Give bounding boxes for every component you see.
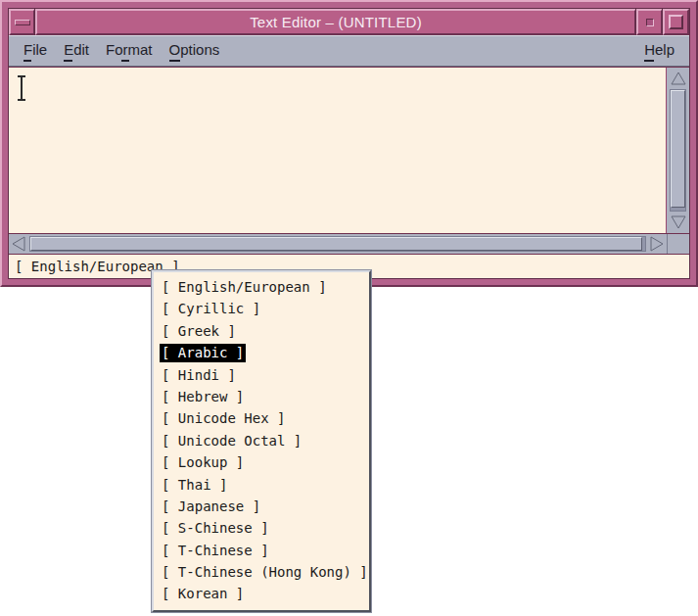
titlebar-row: Text Editor – (UNTITLED) [9,9,689,35]
left-arrow-icon [12,236,25,252]
titlebar[interactable]: Text Editor – (UNTITLED) [35,9,636,35]
mnemonic-underline [169,60,180,62]
hscroll-row [9,234,689,254]
popup-item-label: [ Lookup ] [160,453,246,472]
popup-item-label: [ Arabic ] [160,344,246,362]
menu-options[interactable]: Options [168,38,221,64]
text-area[interactable] [9,68,667,233]
menubar: File Edit Format Options Help [9,35,689,67]
vertical-scrollbar-track[interactable] [670,89,686,212]
minimize-button[interactable] [636,9,663,35]
popup-item-label: [ Cyrillic ] [160,300,262,318]
maximize-button[interactable] [663,9,689,35]
popup-item-label: [ T-Chinese ] [160,542,271,560]
popup-item[interactable]: [ Unicode Hex ] [154,407,369,429]
popup-item-label: [ English/European ] [160,278,329,297]
menu-file-label: File [23,41,47,58]
popup-item-label: [ Greek ] [160,322,238,341]
popup-item[interactable]: [ Cyrillic ] [154,298,369,319]
popup-item[interactable]: [ Japanese ] [154,496,369,517]
mnemonic-underline [64,60,72,62]
popup-item[interactable]: [ T-Chinese (Hong Kong) ] [154,561,369,583]
menu-help-label: Help [644,41,675,58]
popup-item[interactable]: [ English/European ] [154,276,369,298]
menu-edit[interactable]: Edit [63,38,90,64]
popup-item-label: [ S-Chinese ] [160,519,271,538]
vertical-scrollbar-thumb[interactable] [671,90,685,208]
text-cursor-icon [15,73,28,103]
popup-item-label: [ Unicode Octal ] [160,432,303,450]
popup-item-label: [ Thai ] [160,476,229,495]
popup-item-label: [ Hebrew ] [160,388,246,406]
horizontal-scrollbar-track[interactable] [29,236,646,252]
horizontal-scrollbar[interactable] [9,234,667,254]
text-editor-window: Text Editor – (UNTITLED) File Edit [0,0,698,287]
popup-item[interactable]: [ Hebrew ] [154,386,369,407]
scroll-right-button[interactable] [647,235,667,253]
scroll-down-button[interactable] [668,213,688,232]
popup-item[interactable]: [ Hindi ] [154,364,369,386]
desktop-background: Text Editor – (UNTITLED) File Edit [0,0,698,616]
menu-format[interactable]: Format [105,38,154,64]
up-arrow-icon [671,71,686,85]
down-arrow-icon [671,215,686,229]
popup-item[interactable]: [ Korean ] [154,583,369,604]
popup-item[interactable]: [ T-Chinese ] [154,540,369,561]
mnemonic-underline [23,60,31,62]
maximize-icon [669,15,683,29]
menu-options-label: Options [169,41,220,58]
popup-item[interactable]: [ Arabic ] [154,342,369,363]
popup-item[interactable]: [ Greek ] [154,320,369,342]
popup-item-label: [ Korean ] [160,585,246,603]
scroll-up-button[interactable] [668,69,688,88]
window-title: Text Editor – (UNTITLED) [250,14,422,30]
menu-format-label: Format [106,41,153,58]
horizontal-scrollbar-thumb[interactable] [30,237,642,251]
minimize-icon [646,19,654,26]
menu-help[interactable]: Help [643,38,675,64]
popup-item[interactable]: [ Unicode Octal ] [154,430,369,451]
scrollbar-corner [667,234,689,254]
window-menu-dash-icon [15,20,30,25]
window-menu-button[interactable] [9,9,35,35]
popup-item-label: [ T-Chinese (Hong Kong) ] [160,563,370,582]
popup-item-label: [ Japanese ] [160,498,262,516]
menu-edit-label: Edit [64,41,89,58]
vertical-scrollbar[interactable] [667,68,689,233]
menu-file[interactable]: File [23,38,48,64]
popup-item[interactable]: [ Thai ] [154,474,369,496]
right-arrow-icon [650,236,664,252]
language-popup-menu: [ English/European ] [ Cyrillic ] [ Gree… [152,270,371,612]
popup-item-label: [ Unicode Hex ] [160,409,287,428]
popup-item[interactable]: [ S-Chinese ] [154,517,369,539]
scroll-left-button[interactable] [9,235,28,253]
popup-item[interactable]: [ Lookup ] [154,451,369,473]
mnemonic-underline [644,60,654,62]
workarea [9,67,689,234]
mnemonic-underline [121,60,129,62]
popup-item-label: [ Hindi ] [160,366,238,385]
window-frame: Text Editor – (UNTITLED) File Edit [8,8,690,279]
